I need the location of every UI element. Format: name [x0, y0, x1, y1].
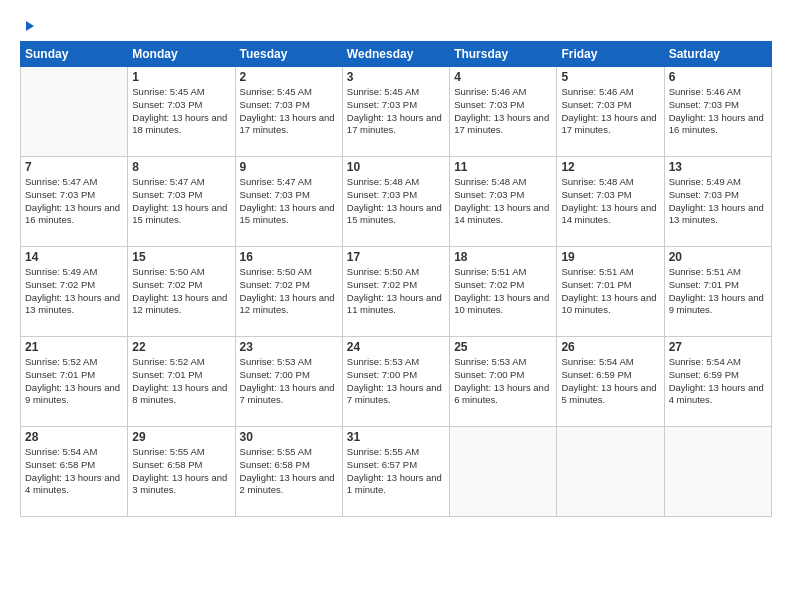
day-number: 4 [454, 70, 552, 84]
day-info: Sunrise: 5:46 AM Sunset: 7:03 PM Dayligh… [454, 86, 552, 137]
calendar-cell [664, 427, 771, 517]
day-info: Sunrise: 5:51 AM Sunset: 7:01 PM Dayligh… [561, 266, 659, 317]
day-number: 30 [240, 430, 338, 444]
day-info: Sunrise: 5:54 AM Sunset: 6:58 PM Dayligh… [25, 446, 123, 497]
calendar-cell: 27Sunrise: 5:54 AM Sunset: 6:59 PM Dayli… [664, 337, 771, 427]
calendar-cell: 17Sunrise: 5:50 AM Sunset: 7:02 PM Dayli… [342, 247, 449, 337]
calendar-cell [450, 427, 557, 517]
calendar-cell: 19Sunrise: 5:51 AM Sunset: 7:01 PM Dayli… [557, 247, 664, 337]
weekday-friday: Friday [557, 42, 664, 67]
calendar-cell: 11Sunrise: 5:48 AM Sunset: 7:03 PM Dayli… [450, 157, 557, 247]
calendar-page: SundayMondayTuesdayWednesdayThursdayFrid… [0, 0, 792, 612]
day-number: 16 [240, 250, 338, 264]
week-row-2: 7Sunrise: 5:47 AM Sunset: 7:03 PM Daylig… [21, 157, 772, 247]
weekday-header-row: SundayMondayTuesdayWednesdayThursdayFrid… [21, 42, 772, 67]
day-number: 20 [669, 250, 767, 264]
day-number: 8 [132, 160, 230, 174]
day-number: 6 [669, 70, 767, 84]
day-info: Sunrise: 5:47 AM Sunset: 7:03 PM Dayligh… [240, 176, 338, 227]
calendar-cell: 31Sunrise: 5:55 AM Sunset: 6:57 PM Dayli… [342, 427, 449, 517]
day-number: 5 [561, 70, 659, 84]
day-info: Sunrise: 5:46 AM Sunset: 7:03 PM Dayligh… [561, 86, 659, 137]
day-info: Sunrise: 5:48 AM Sunset: 7:03 PM Dayligh… [561, 176, 659, 227]
day-number: 24 [347, 340, 445, 354]
weekday-thursday: Thursday [450, 42, 557, 67]
calendar-cell: 15Sunrise: 5:50 AM Sunset: 7:02 PM Dayli… [128, 247, 235, 337]
day-number: 1 [132, 70, 230, 84]
day-number: 3 [347, 70, 445, 84]
page-header [20, 18, 772, 31]
day-number: 27 [669, 340, 767, 354]
day-info: Sunrise: 5:45 AM Sunset: 7:03 PM Dayligh… [240, 86, 338, 137]
day-number: 25 [454, 340, 552, 354]
calendar-cell: 26Sunrise: 5:54 AM Sunset: 6:59 PM Dayli… [557, 337, 664, 427]
weekday-tuesday: Tuesday [235, 42, 342, 67]
weekday-sunday: Sunday [21, 42, 128, 67]
day-number: 12 [561, 160, 659, 174]
calendar-cell: 23Sunrise: 5:53 AM Sunset: 7:00 PM Dayli… [235, 337, 342, 427]
calendar-cell: 2Sunrise: 5:45 AM Sunset: 7:03 PM Daylig… [235, 67, 342, 157]
day-info: Sunrise: 5:52 AM Sunset: 7:01 PM Dayligh… [25, 356, 123, 407]
calendar-cell: 13Sunrise: 5:49 AM Sunset: 7:03 PM Dayli… [664, 157, 771, 247]
week-row-4: 21Sunrise: 5:52 AM Sunset: 7:01 PM Dayli… [21, 337, 772, 427]
weekday-monday: Monday [128, 42, 235, 67]
day-info: Sunrise: 5:48 AM Sunset: 7:03 PM Dayligh… [347, 176, 445, 227]
calendar-cell: 10Sunrise: 5:48 AM Sunset: 7:03 PM Dayli… [342, 157, 449, 247]
day-info: Sunrise: 5:52 AM Sunset: 7:01 PM Dayligh… [132, 356, 230, 407]
day-info: Sunrise: 5:45 AM Sunset: 7:03 PM Dayligh… [132, 86, 230, 137]
calendar-cell: 5Sunrise: 5:46 AM Sunset: 7:03 PM Daylig… [557, 67, 664, 157]
weekday-saturday: Saturday [664, 42, 771, 67]
calendar-cell [21, 67, 128, 157]
calendar-cell: 21Sunrise: 5:52 AM Sunset: 7:01 PM Dayli… [21, 337, 128, 427]
calendar-cell: 4Sunrise: 5:46 AM Sunset: 7:03 PM Daylig… [450, 67, 557, 157]
day-number: 29 [132, 430, 230, 444]
day-number: 19 [561, 250, 659, 264]
calendar-cell: 25Sunrise: 5:53 AM Sunset: 7:00 PM Dayli… [450, 337, 557, 427]
calendar-cell: 6Sunrise: 5:46 AM Sunset: 7:03 PM Daylig… [664, 67, 771, 157]
day-number: 13 [669, 160, 767, 174]
day-info: Sunrise: 5:51 AM Sunset: 7:02 PM Dayligh… [454, 266, 552, 317]
day-number: 26 [561, 340, 659, 354]
day-info: Sunrise: 5:47 AM Sunset: 7:03 PM Dayligh… [132, 176, 230, 227]
day-number: 14 [25, 250, 123, 264]
calendar-cell: 29Sunrise: 5:55 AM Sunset: 6:58 PM Dayli… [128, 427, 235, 517]
weekday-wednesday: Wednesday [342, 42, 449, 67]
day-info: Sunrise: 5:50 AM Sunset: 7:02 PM Dayligh… [347, 266, 445, 317]
day-number: 18 [454, 250, 552, 264]
day-number: 17 [347, 250, 445, 264]
logo [20, 18, 34, 31]
day-info: Sunrise: 5:49 AM Sunset: 7:02 PM Dayligh… [25, 266, 123, 317]
day-number: 28 [25, 430, 123, 444]
day-info: Sunrise: 5:53 AM Sunset: 7:00 PM Dayligh… [347, 356, 445, 407]
day-info: Sunrise: 5:54 AM Sunset: 6:59 PM Dayligh… [561, 356, 659, 407]
calendar-cell: 8Sunrise: 5:47 AM Sunset: 7:03 PM Daylig… [128, 157, 235, 247]
day-info: Sunrise: 5:55 AM Sunset: 6:57 PM Dayligh… [347, 446, 445, 497]
day-number: 7 [25, 160, 123, 174]
day-info: Sunrise: 5:54 AM Sunset: 6:59 PM Dayligh… [669, 356, 767, 407]
calendar-cell: 3Sunrise: 5:45 AM Sunset: 7:03 PM Daylig… [342, 67, 449, 157]
day-info: Sunrise: 5:50 AM Sunset: 7:02 PM Dayligh… [132, 266, 230, 317]
day-number: 31 [347, 430, 445, 444]
day-number: 21 [25, 340, 123, 354]
calendar-cell: 20Sunrise: 5:51 AM Sunset: 7:01 PM Dayli… [664, 247, 771, 337]
calendar-cell: 16Sunrise: 5:50 AM Sunset: 7:02 PM Dayli… [235, 247, 342, 337]
day-number: 10 [347, 160, 445, 174]
day-number: 9 [240, 160, 338, 174]
day-info: Sunrise: 5:49 AM Sunset: 7:03 PM Dayligh… [669, 176, 767, 227]
day-info: Sunrise: 5:46 AM Sunset: 7:03 PM Dayligh… [669, 86, 767, 137]
day-info: Sunrise: 5:53 AM Sunset: 7:00 PM Dayligh… [454, 356, 552, 407]
day-info: Sunrise: 5:50 AM Sunset: 7:02 PM Dayligh… [240, 266, 338, 317]
calendar-cell: 24Sunrise: 5:53 AM Sunset: 7:00 PM Dayli… [342, 337, 449, 427]
calendar-cell: 7Sunrise: 5:47 AM Sunset: 7:03 PM Daylig… [21, 157, 128, 247]
calendar-cell: 1Sunrise: 5:45 AM Sunset: 7:03 PM Daylig… [128, 67, 235, 157]
calendar-table: SundayMondayTuesdayWednesdayThursdayFrid… [20, 41, 772, 517]
day-info: Sunrise: 5:51 AM Sunset: 7:01 PM Dayligh… [669, 266, 767, 317]
calendar-cell: 22Sunrise: 5:52 AM Sunset: 7:01 PM Dayli… [128, 337, 235, 427]
day-info: Sunrise: 5:47 AM Sunset: 7:03 PM Dayligh… [25, 176, 123, 227]
day-info: Sunrise: 5:53 AM Sunset: 7:00 PM Dayligh… [240, 356, 338, 407]
calendar-cell: 30Sunrise: 5:55 AM Sunset: 6:58 PM Dayli… [235, 427, 342, 517]
day-info: Sunrise: 5:45 AM Sunset: 7:03 PM Dayligh… [347, 86, 445, 137]
day-info: Sunrise: 5:55 AM Sunset: 6:58 PM Dayligh… [240, 446, 338, 497]
day-number: 2 [240, 70, 338, 84]
calendar-cell: 9Sunrise: 5:47 AM Sunset: 7:03 PM Daylig… [235, 157, 342, 247]
